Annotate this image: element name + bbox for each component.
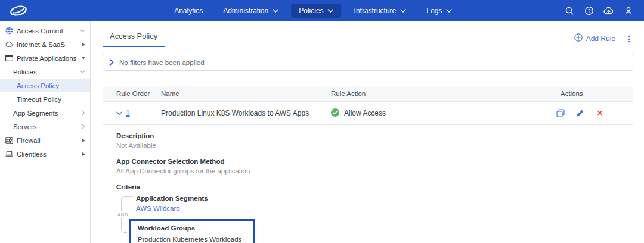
- col-header-rule-order: Rule Order: [116, 90, 161, 97]
- sidebar-item-label: Policies: [13, 68, 80, 76]
- sidebar-item-policies[interactable]: Policies: [0, 65, 90, 79]
- nav-logs[interactable]: Logs: [419, 4, 460, 18]
- sidebar-item-access-policy[interactable]: Access Policy: [0, 79, 90, 92]
- main-content: Access Policy Add Rule ⋮ No filters have…: [91, 21, 644, 243]
- description-value: Not Available: [116, 142, 633, 149]
- delete-rule-icon[interactable]: ✕: [595, 108, 605, 118]
- sidebar-item-access-control[interactable]: Access Control: [0, 24, 90, 38]
- chevron-right-icon: [82, 43, 85, 46]
- chevron-down-icon: [328, 9, 334, 13]
- search-icon[interactable]: [564, 5, 575, 17]
- sidebar-item-firewall[interactable]: Firewall: [0, 133, 90, 147]
- nav-administration[interactable]: Administration: [215, 4, 286, 18]
- nav-analytics[interactable]: Analytics: [166, 4, 210, 18]
- table-header-row: Rule Order Name Rule Action Actions: [103, 86, 633, 102]
- chevron-down-icon: [446, 9, 452, 13]
- sidebar-item-clientless[interactable]: Clientless: [0, 147, 90, 161]
- sidebar-item-internet-saas[interactable]: Internet & SaaS: [0, 38, 90, 51]
- laptop-icon: [5, 150, 13, 158]
- chevron-right-icon: [82, 110, 85, 116]
- nav-label: Infrastructure: [354, 7, 397, 15]
- connector-method-value: All App Connector groups for the applica…: [116, 167, 633, 175]
- user-icon[interactable]: [623, 5, 634, 17]
- topbar-utility-icons: ?: [564, 5, 636, 17]
- sidebar-item-label: App Segments: [13, 110, 82, 117]
- filter-bar[interactable]: No filters have been applied: [103, 54, 633, 71]
- cloud-icon: [5, 40, 13, 48]
- expand-filters-icon[interactable]: [109, 57, 114, 68]
- criteria-connector-line-bottom: [121, 217, 127, 233]
- chevron-right-filled-icon: [82, 152, 85, 156]
- copy-rule-icon[interactable]: [556, 108, 565, 118]
- filter-status-text: No filters have been applied: [119, 59, 205, 66]
- allow-check-icon: [331, 108, 339, 119]
- tab-access-policy[interactable]: Access Policy: [103, 32, 165, 47]
- app-window-icon: [5, 54, 13, 62]
- chevron-down-icon: [80, 70, 85, 74]
- sidebar-item-label: Clientless: [17, 151, 82, 158]
- criteria-operator: AND: [116, 211, 129, 218]
- sidebar: Access Control Internet & SaaS Private A…: [0, 21, 91, 243]
- sidebar-item-private-applications[interactable]: Private Applications: [0, 51, 90, 65]
- main-menu: Analytics Administration Policies Infras…: [166, 0, 460, 21]
- rule-name: Production Linux K8S Workloads to AWS Ap…: [161, 109, 331, 117]
- criteria-section: Criteria AND Application Segments AWS Wi…: [116, 183, 633, 243]
- help-icon[interactable]: ?: [583, 5, 595, 17]
- sidebar-item-label: Access Policy: [17, 82, 85, 89]
- sidebar-item-label: Firewall: [17, 137, 82, 144]
- chevron-down-icon: [273, 9, 278, 13]
- nav-label: Logs: [426, 7, 442, 15]
- sidebar-item-label: Timeout Policy: [17, 96, 85, 103]
- criteria-item-label: Application Segments: [136, 195, 633, 202]
- top-navigation-bar: Analytics Administration Policies Infras…: [0, 0, 644, 21]
- sidebar-item-timeout-policy[interactable]: Timeout Policy: [0, 92, 90, 106]
- sidebar-item-label: Servers: [13, 123, 82, 130]
- more-options-icon[interactable]: ⋮: [625, 35, 633, 43]
- row-actions: ✕: [556, 108, 633, 118]
- rule-action-label: Allow Access: [344, 109, 386, 117]
- chevron-down-filled-icon: [82, 57, 85, 60]
- header-actions: Add Rule ⋮: [574, 33, 633, 43]
- col-header-actions: Actions: [561, 90, 633, 97]
- plus-circle-icon: [574, 33, 583, 43]
- rule-detail-panel: Description Not Available App Connector …: [91, 125, 644, 243]
- rule-table: Rule Order Name Rule Action Actions 1 Pr…: [103, 86, 633, 125]
- nav-policies[interactable]: Policies: [291, 4, 341, 18]
- criteria-application-segments: Application Segments AWS Wildcard: [136, 195, 633, 213]
- firewall-icon: [5, 136, 13, 144]
- workload-group-value: Production Kubernetes Workloads: [138, 235, 242, 243]
- chevron-down-icon: [80, 29, 85, 33]
- rule-order-cell[interactable]: 1: [116, 109, 161, 117]
- sidebar-item-label: Access Control: [17, 27, 80, 35]
- svg-text:?: ?: [588, 8, 591, 14]
- workload-groups-highlight-box: Workload Groups Production Kubernetes Wo…: [129, 219, 255, 243]
- sidebar-item-app-segments[interactable]: App Segments: [0, 106, 90, 120]
- criteria-label: Criteria: [116, 183, 633, 191]
- criteria-item-label: Workload Groups: [138, 224, 242, 233]
- table-row: 1 Production Linux K8S Workloads to AWS …: [103, 102, 633, 125]
- chevron-right-filled-icon: [82, 139, 85, 142]
- nav-label: Administration: [223, 7, 268, 15]
- description-block: Description Not Available: [116, 132, 633, 149]
- collapse-row-icon[interactable]: [116, 109, 122, 117]
- rule-order-link[interactable]: 1: [126, 109, 130, 117]
- nav-label: Policies: [299, 7, 323, 15]
- globe-icon: [5, 27, 13, 35]
- zscaler-logo: [8, 3, 32, 18]
- sidebar-item-servers[interactable]: Servers: [0, 120, 90, 133]
- application-segment-link[interactable]: AWS Wildcard: [136, 205, 633, 213]
- nav-label: Analytics: [174, 7, 203, 15]
- chevron-right-icon: [82, 124, 85, 129]
- nav-infrastructure[interactable]: Infrastructure: [346, 4, 414, 18]
- tree-guide-line: [13, 79, 13, 106]
- page-header: Access Policy Add Rule ⋮: [91, 21, 644, 47]
- col-header-rule-action: Rule Action: [331, 90, 561, 97]
- col-header-name: Name: [161, 90, 331, 97]
- add-rule-button[interactable]: Add Rule: [574, 33, 615, 43]
- sidebar-item-label: Private Applications: [17, 55, 82, 62]
- edit-rule-icon[interactable]: [575, 108, 585, 118]
- cloud-upload-icon[interactable]: [603, 5, 615, 17]
- chevron-down-icon: [400, 9, 406, 13]
- connector-method-label: App Connector Selection Method: [116, 158, 633, 166]
- connector-method-block: App Connector Selection Method All App C…: [116, 158, 633, 175]
